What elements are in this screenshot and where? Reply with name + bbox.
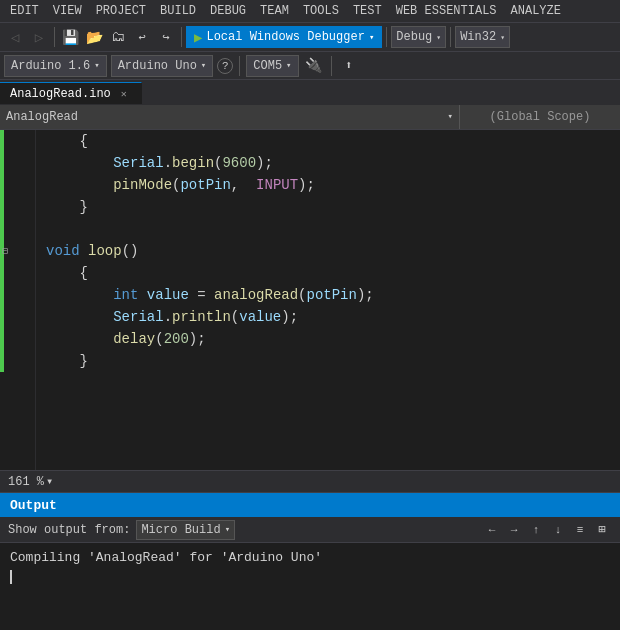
- main-toolbar: ◁ ▷ 💾 📂 🗂 ↩ ↪ ▶ Local Windows Debugger ▾…: [0, 22, 620, 52]
- arduino-toolbar: Arduino 1.6 ▾ Arduino Uno ▾ ? COM5 ▾ 🔌 ⬆: [0, 52, 620, 80]
- board-arrow: ▾: [201, 60, 206, 71]
- code-line-11: }: [36, 350, 620, 372]
- line-gutter: ⊟: [0, 130, 36, 470]
- debug-config-label: Debug: [396, 30, 432, 44]
- com-dropdown[interactable]: COM5 ▾: [246, 55, 298, 77]
- tab-close-btn[interactable]: ✕: [117, 87, 131, 101]
- back-btn[interactable]: ◁: [4, 26, 26, 48]
- code-line-9: Serial.println(value);: [36, 306, 620, 328]
- output-compile-line: Compiling 'AnalogRead' for 'Arduino Uno': [10, 547, 610, 567]
- sep3: [386, 27, 387, 47]
- output-icon-group: ← → ↑ ↓ ≡ ⊞: [482, 520, 612, 540]
- com-arrow: ▾: [286, 60, 291, 71]
- menu-tools[interactable]: TOOLS: [297, 2, 345, 20]
- sep1: [54, 27, 55, 47]
- open-btn[interactable]: 📂: [83, 26, 105, 48]
- output-toolbar: Show output from: Micro Build ▾ ← → ↑ ↓ …: [0, 517, 620, 543]
- debug-config-arrow: ▾: [436, 33, 441, 42]
- main-content: AnalogRead.ino ✕ AnalogRead ▾ (Global Sc…: [0, 80, 620, 630]
- output-down-btn[interactable]: ↓: [548, 520, 568, 540]
- board-dropdown[interactable]: Arduino Uno ▾: [111, 55, 214, 77]
- output-header: Output: [0, 493, 620, 517]
- sep6: [331, 56, 332, 76]
- save-all-btn[interactable]: 🗂: [107, 26, 129, 48]
- gutter-line-5: [0, 218, 35, 240]
- code-editor[interactable]: ⊟ { Serial.begin(9600); pinMode(potPin, …: [0, 130, 620, 470]
- save-btn[interactable]: 💾: [59, 26, 81, 48]
- cursor-line: [10, 567, 610, 587]
- menu-view[interactable]: VIEW: [47, 2, 88, 20]
- output-menu-btn[interactable]: ≡: [570, 520, 590, 540]
- gutter-line-11: [0, 350, 35, 372]
- redo-btn[interactable]: ↪: [155, 26, 177, 48]
- menu-team[interactable]: TEAM: [254, 2, 295, 20]
- sep4: [450, 27, 451, 47]
- global-scope-label: (Global Scope): [460, 105, 620, 129]
- gutter-line-7: [0, 262, 35, 284]
- file-scope-arrow: ▾: [448, 111, 453, 122]
- debug-btn-arrow: ▾: [369, 32, 374, 43]
- file-scope-dropdown[interactable]: AnalogRead ▾: [0, 105, 460, 129]
- gutter-line-8: [0, 284, 35, 306]
- menu-build[interactable]: BUILD: [154, 2, 202, 20]
- sep5: [239, 56, 240, 76]
- file-scope-label: AnalogRead: [6, 110, 78, 124]
- text-cursor: [10, 570, 12, 584]
- code-line-3: pinMode(potPin, INPUT);: [36, 174, 620, 196]
- output-up-btn[interactable]: ↑: [526, 520, 546, 540]
- code-line-7: {: [36, 262, 620, 284]
- gutter-line-3: [0, 174, 35, 196]
- output-source-label: Micro Build: [141, 523, 220, 537]
- tab-bar: AnalogRead.ino ✕: [0, 80, 620, 104]
- output-source-arrow: ▾: [225, 524, 230, 535]
- output-compile-text: Compiling 'AnalogRead' for 'Arduino Uno': [10, 550, 322, 565]
- zoom-bar: 161 % ▾: [0, 470, 620, 492]
- arduino-version-dropdown[interactable]: Arduino 1.6 ▾: [4, 55, 107, 77]
- gutter-line-1: [0, 130, 35, 152]
- menu-bar: EDIT VIEW PROJECT BUILD DEBUG TEAM TOOLS…: [0, 0, 620, 22]
- code-line-10: delay(200);: [36, 328, 620, 350]
- code-header: AnalogRead ▾ (Global Scope): [0, 104, 620, 130]
- show-output-label: Show output from:: [8, 523, 130, 537]
- debug-config-dropdown[interactable]: Debug ▾: [391, 26, 446, 48]
- help-btn[interactable]: ?: [217, 58, 233, 74]
- zoom-level: 161 %: [8, 475, 44, 489]
- output-source-dropdown[interactable]: Micro Build ▾: [136, 520, 235, 540]
- forward-btn[interactable]: ▷: [28, 26, 50, 48]
- menu-analyze[interactable]: ANALYZE: [505, 2, 567, 20]
- com-label: COM5: [253, 59, 282, 73]
- gutter-line-2: [0, 152, 35, 174]
- output-expand-btn[interactable]: ⊞: [592, 520, 612, 540]
- menu-test[interactable]: TEST: [347, 2, 388, 20]
- menu-debug[interactable]: DEBUG: [204, 2, 252, 20]
- menu-edit[interactable]: EDIT: [4, 2, 45, 20]
- output-forward-btn[interactable]: →: [504, 520, 524, 540]
- code-line-8: int value = analogRead(potPin);: [36, 284, 620, 306]
- code-lines[interactable]: { Serial.begin(9600); pinMode(potPin, IN…: [36, 130, 620, 470]
- fold-icon[interactable]: ⊟: [2, 245, 8, 257]
- gutter-line-4: [0, 196, 35, 218]
- menu-web-essentials[interactable]: WEB ESSENTIALS: [390, 2, 503, 20]
- play-icon: ▶: [194, 29, 202, 46]
- output-back-btn[interactable]: ←: [482, 520, 502, 540]
- undo-btn[interactable]: ↩: [131, 26, 153, 48]
- upload-btn[interactable]: ⬆: [338, 55, 360, 77]
- serial-monitor-btn[interactable]: 🔌: [303, 55, 325, 77]
- output-panel: Output Show output from: Micro Build ▾ ←…: [0, 492, 620, 630]
- platform-arrow: ▾: [500, 33, 505, 42]
- output-content: Compiling 'AnalogRead' for 'Arduino Uno': [0, 543, 620, 630]
- local-debugger-btn[interactable]: ▶ Local Windows Debugger ▾: [186, 26, 382, 48]
- zoom-dropdown[interactable]: 161 % ▾: [8, 474, 53, 489]
- tab-analogread[interactable]: AnalogRead.ino ✕: [0, 82, 142, 104]
- gutter-line-10: [0, 328, 35, 350]
- code-line-4: }: [36, 196, 620, 218]
- platform-dropdown[interactable]: Win32 ▾: [455, 26, 510, 48]
- tab-label: AnalogRead.ino: [10, 87, 111, 101]
- arduino-version-label: Arduino 1.6: [11, 59, 90, 73]
- board-label: Arduino Uno: [118, 59, 197, 73]
- arduino-version-arrow: ▾: [94, 60, 99, 71]
- menu-project[interactable]: PROJECT: [90, 2, 152, 20]
- sep2: [181, 27, 182, 47]
- gutter-line-9: [0, 306, 35, 328]
- code-line-1: {: [36, 130, 620, 152]
